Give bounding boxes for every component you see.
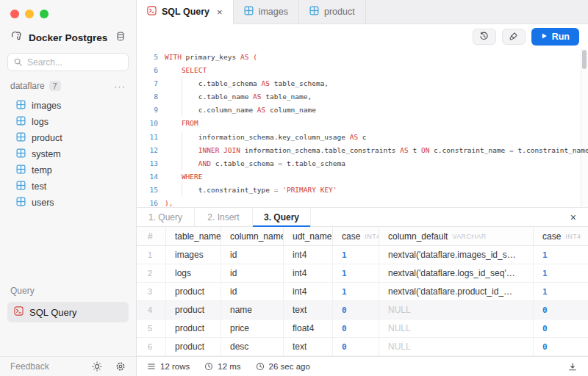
line-number: 15 xyxy=(137,184,158,197)
line-number: 14 xyxy=(137,170,158,184)
tab-label: SQL Query xyxy=(162,7,209,17)
code-line: 12 INNER JOIN information_schema.table_c… xyxy=(137,144,588,157)
column-header-case-4[interactable]: caseINT4 xyxy=(333,227,379,245)
column-header-case-6[interactable]: caseINT4 xyxy=(534,227,588,245)
table-icon xyxy=(16,131,26,145)
table-name-label: product xyxy=(32,133,62,143)
table-name-label: temp xyxy=(32,165,52,176)
download-results-icon[interactable] xyxy=(567,362,578,372)
sidebar-item-temp[interactable]: temp xyxy=(0,162,136,178)
tab-product[interactable]: product xyxy=(299,0,366,24)
column-header-udt-name-3[interactable]: udt_name… xyxy=(284,227,333,245)
column-header-table-name-1[interactable]: table_name… xyxy=(166,227,221,245)
tab-bar: SQL Query×imagesproduct xyxy=(137,0,588,24)
line-number: 6 xyxy=(137,64,158,77)
status-12-rows: 12 rows xyxy=(147,362,190,371)
cell: product xyxy=(166,338,221,355)
line-number: 12 xyxy=(137,144,158,157)
zoom-window-icon[interactable] xyxy=(40,10,49,18)
theme-toggle-icon[interactable] xyxy=(92,361,102,372)
line-number: 11 xyxy=(137,131,158,144)
result-tab-1-query[interactable]: 1. Query xyxy=(137,208,195,226)
editor-toolbar: Run xyxy=(137,24,588,48)
schema-more-icon[interactable]: ··· xyxy=(114,81,126,92)
sidebar-item-images[interactable]: images xyxy=(0,98,136,114)
connection-name: Docker Postgres xyxy=(29,32,115,43)
sidebar-item-product[interactable]: product xyxy=(0,130,136,146)
line-number: 7 xyxy=(137,77,158,90)
line-number: 5 xyxy=(137,51,158,64)
result-tab-3-query[interactable]: 3. Query xyxy=(253,208,311,226)
table-row[interactable]: 3productidint41nextval('dataflare.produc… xyxy=(137,283,588,301)
line-number: 16 xyxy=(137,197,158,207)
column-header-column-name-2[interactable]: column_name… xyxy=(221,227,284,245)
table-icon xyxy=(244,6,254,18)
connection-header[interactable]: Docker Postgres xyxy=(0,24,136,46)
close-tab-icon[interactable]: × xyxy=(217,7,223,18)
table-icon xyxy=(309,6,319,18)
table-icon xyxy=(16,99,26,112)
cell: images xyxy=(166,246,221,264)
sidebar-item-test[interactable]: test xyxy=(0,178,136,195)
sql-query-label: SQL Query xyxy=(29,307,77,318)
postgres-logo-icon xyxy=(10,30,23,46)
code-text: INNER JOIN information_schema.table_cons… xyxy=(158,144,588,157)
format-button[interactable] xyxy=(502,29,526,45)
feedback-link[interactable]: Feedback xyxy=(10,361,79,372)
table-row[interactable]: 4productnametext0NULL0 xyxy=(137,301,588,319)
column-type: INT4 xyxy=(565,233,581,240)
close-results-icon[interactable]: × xyxy=(570,212,576,223)
result-grid-header: #table_name…column_name…udt_name…caseINT… xyxy=(137,227,588,246)
tab-images[interactable]: images xyxy=(234,0,299,24)
database-icon[interactable] xyxy=(115,31,126,45)
cell: 0 xyxy=(333,301,379,319)
rows-icon xyxy=(147,362,156,371)
clock-icon xyxy=(204,362,213,371)
cell: nextval('dataflare.logs_id_seq'… xyxy=(379,264,534,282)
result-grid-body: 1imagesidint41nextval('dataflare.images_… xyxy=(137,246,588,356)
sidebar-item-system[interactable]: system xyxy=(0,146,136,162)
column-header-row-number[interactable]: # xyxy=(137,227,166,245)
table-name-label: test xyxy=(32,181,46,192)
table-icon xyxy=(16,115,26,129)
column-name: column_name xyxy=(230,231,284,242)
run-button[interactable]: Run xyxy=(531,28,579,46)
code-text: FROM xyxy=(158,117,198,130)
editor-scrollbar[interactable] xyxy=(581,48,588,207)
sidebar-item-users[interactable]: users xyxy=(0,195,136,211)
status-label: 12 ms xyxy=(218,362,240,371)
history-button[interactable] xyxy=(473,29,496,45)
sidebar-item-logs[interactable]: logs xyxy=(0,114,136,130)
status-label: 26 sec ago xyxy=(269,362,310,371)
main-area: SQL Query×imagesproduct Run 5WITH primar… xyxy=(137,0,588,376)
sidebar-item-sql-query[interactable]: SQL Query xyxy=(7,302,129,322)
cell: name xyxy=(221,301,284,319)
column-name: column_default xyxy=(388,231,448,242)
cell: 4 xyxy=(137,301,166,319)
settings-gear-icon[interactable] xyxy=(115,361,126,372)
column-header-column-default-5[interactable]: column_defaultVARCHAR xyxy=(379,227,534,245)
line-number: 8 xyxy=(137,90,158,104)
sql-editor[interactable]: 5WITH primary_keys AS (6 SELECT7 c.table… xyxy=(137,48,588,207)
cell: product xyxy=(166,301,221,319)
app-window: Docker Postgres dataflare 7 ··· imageslo… xyxy=(0,0,588,376)
code-text: SELECT xyxy=(158,64,207,77)
table-name-label: users xyxy=(32,198,54,208)
cell: 0 xyxy=(534,319,588,337)
table-row[interactable]: 5productpricefloat40NULL0 xyxy=(137,319,588,338)
minimize-window-icon[interactable] xyxy=(25,10,34,18)
schema-row[interactable]: dataflare 7 ··· xyxy=(0,79,136,93)
table-row[interactable]: 2logsidint41nextval('dataflare.logs_id_s… xyxy=(137,264,588,283)
search-input[interactable] xyxy=(7,53,129,71)
result-tab-2-insert[interactable]: 2. Insert xyxy=(195,208,253,226)
table-row[interactable]: 6productdesctext0NULL0 xyxy=(137,338,588,356)
cell: nextval('dataflare.product_id_… xyxy=(379,283,534,300)
cell: NULL xyxy=(379,338,534,355)
table-row[interactable]: 1imagesidint41nextval('dataflare.images_… xyxy=(137,246,588,264)
close-window-icon[interactable] xyxy=(10,10,19,18)
window-controls[interactable] xyxy=(0,0,136,24)
line-number: 13 xyxy=(137,157,158,170)
column-name: udt_name xyxy=(293,231,331,242)
code-text: WHERE xyxy=(158,170,203,184)
tab-sql-query[interactable]: SQL Query× xyxy=(137,0,234,24)
